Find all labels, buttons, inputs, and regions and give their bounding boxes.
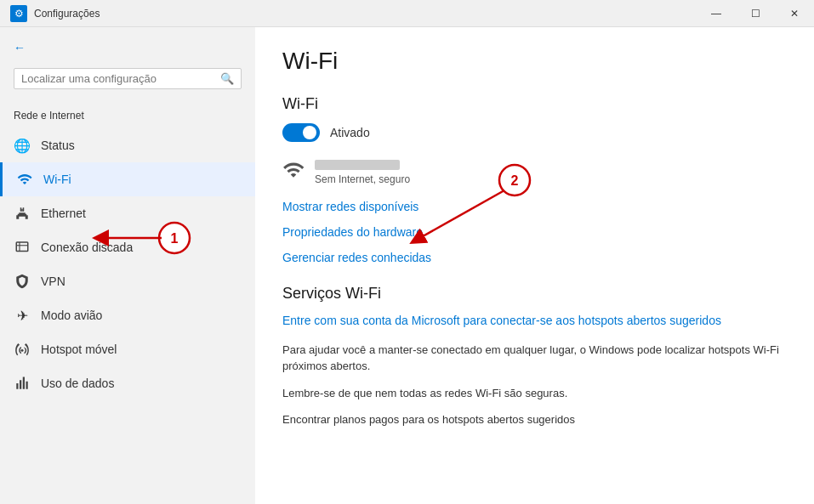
sidebar-item-label-wifi: Wi-Fi [43, 173, 71, 186]
settings-app-icon: ⚙ [10, 5, 27, 22]
titlebar-title: Configurações [34, 8, 100, 20]
wifi-toggle[interactable] [282, 123, 320, 142]
search-input[interactable] [21, 72, 217, 85]
description-1: Para ajudar você a manter-se conectado e… [282, 342, 787, 375]
network-name-blurred [315, 160, 400, 170]
sidebar: ← 🔍 Rede e Internet 🌐 Status Wi-Fi [0, 27, 255, 504]
sidebar-item-vpn[interactable]: VPN [0, 264, 255, 298]
main-content: Wi-Fi Wi-Fi Ativado Sem Internet, seguro… [255, 27, 814, 504]
svg-rect-2 [21, 209, 23, 212]
sidebar-item-label-status: Status [41, 139, 75, 152]
sidebar-item-label-hotspot: Hotspot móvel [41, 343, 117, 356]
services-title: Serviços Wi-Fi [282, 285, 787, 303]
section-label: Rede e Internet [0, 96, 255, 128]
services-link[interactable]: Entre com sua conta da Microsoft para co… [282, 313, 787, 330]
sidebar-item-airplane[interactable]: ✈ Modo avião [0, 298, 255, 332]
hotspot-icon [14, 341, 31, 358]
search-box[interactable]: 🔍 [14, 68, 242, 89]
airplane-icon: ✈ [14, 307, 31, 324]
data-usage-icon [14, 375, 31, 392]
dialup-icon [14, 239, 31, 256]
wifi-toggle-row: Ativado [282, 123, 787, 142]
close-button[interactable]: ✕ [775, 0, 814, 27]
toggle-label: Ativado [330, 126, 370, 139]
manage-networks-link[interactable]: Gerenciar redes conhecidas [282, 251, 787, 264]
network-status: Sem Internet, seguro [315, 173, 410, 185]
ethernet-icon [14, 205, 31, 222]
minimize-button[interactable]: — [697, 0, 736, 27]
back-button[interactable]: ← [0, 34, 255, 61]
sidebar-item-wifi[interactable]: Wi-Fi [0, 162, 255, 196]
sidebar-item-dialup[interactable]: Conexão discada [0, 230, 255, 264]
sidebar-item-status[interactable]: 🌐 Status [0, 128, 255, 162]
sidebar-item-label-ethernet: Ethernet [41, 207, 86, 220]
sidebar-item-label-airplane: Modo avião [41, 309, 102, 322]
vpn-icon [14, 273, 31, 290]
sidebar-item-hotspot[interactable]: Hotspot móvel [0, 332, 255, 366]
description-2: Lembre-se de que nem todas as redes Wi-F… [282, 385, 787, 402]
sidebar-item-label-dialup: Conexão discada [41, 241, 133, 254]
titlebar-controls: — ☐ ✕ [697, 0, 814, 27]
wifi-section-title: Wi-Fi [282, 95, 787, 113]
description-3: Encontrar planos pagos para os hotspots … [282, 411, 787, 428]
svg-point-6 [21, 349, 24, 352]
sidebar-item-data[interactable]: Uso de dados [0, 366, 255, 400]
services-section: Serviços Wi-Fi Entre com sua conta da Mi… [282, 285, 787, 428]
page-title: Wi-Fi [282, 48, 787, 75]
sidebar-item-ethernet[interactable]: Ethernet [0, 196, 255, 230]
titlebar: ⚙ Configurações — ☐ ✕ [0, 0, 814, 27]
show-networks-link[interactable]: Mostrar redes disponíveis [282, 200, 787, 213]
connected-network: Sem Internet, seguro [282, 159, 787, 186]
svg-rect-0 [20, 207, 22, 212]
titlebar-left: ⚙ Configurações [10, 5, 100, 22]
network-wifi-icon [282, 159, 305, 186]
svg-rect-1 [23, 207, 25, 212]
hardware-props-link[interactable]: Propriedades do hardware [282, 225, 787, 239]
back-icon: ← [14, 41, 26, 54]
network-info: Sem Internet, seguro [315, 160, 410, 185]
maximize-button[interactable]: ☐ [736, 0, 775, 27]
sidebar-item-label-vpn: VPN [41, 275, 65, 288]
svg-rect-3 [16, 242, 28, 252]
app-body: ← 🔍 Rede e Internet 🌐 Status Wi-Fi [0, 27, 814, 504]
search-icon: 🔍 [220, 72, 234, 85]
sidebar-item-label-data: Uso de dados [41, 377, 114, 390]
wifi-icon [16, 171, 33, 188]
status-icon: 🌐 [14, 137, 31, 154]
